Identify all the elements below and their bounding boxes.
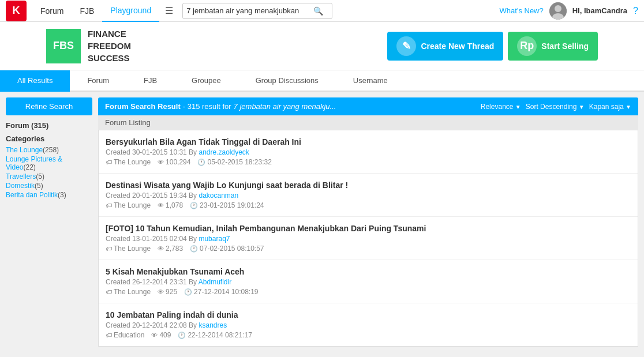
tab-group-discussions[interactable]: Group Discussions [238, 70, 336, 92]
tab-all-results[interactable]: All Results [0, 70, 70, 92]
lastpost-group: 🕐 05-02-2015 18:23:32 [197, 158, 271, 166]
last-post-time: 23-01-2015 19:01:24 [200, 201, 264, 209]
forum-item-tag[interactable]: The Lounge [114, 158, 151, 166]
tag-icon: 🏷 [106, 245, 112, 252]
clock-icon: 🕐 [178, 332, 186, 339]
views-group: 👁 1,078 [158, 201, 183, 209]
menu-icon[interactable]: ☰ [159, 5, 179, 16]
forum-item-tag[interactable]: The Lounge [114, 288, 151, 296]
clock-icon: 🕐 [190, 245, 198, 253]
sort-dropdown[interactable]: Sort Descending ▼ [526, 103, 585, 111]
rp-icon: Rp [517, 36, 537, 56]
forum-item: 10 Jembatan Paling indah di dunia Create… [99, 303, 638, 346]
views-count: 100,294 [166, 158, 190, 166]
sort-arrow: ▼ [579, 104, 585, 110]
last-post-time: 05-02-2015 18:23:32 [207, 158, 271, 166]
search-icon[interactable]: 🔍 [313, 6, 323, 16]
tag-group: 🏷 The Lounge [106, 245, 151, 253]
nav-playground[interactable]: Playground [102, 0, 159, 22]
fbs-line2: FREEDOM [88, 40, 131, 52]
sidebar-lounge-pictures[interactable]: Lounge Pictures & Video(22) [6, 155, 92, 172]
forum-item-tags: 🏷 The Lounge 👁 925 🕐 27-12-2014 10:08:19 [106, 288, 631, 296]
sidebar-lounge[interactable]: The Lounge(258) [6, 145, 92, 155]
forum-item-tags: 🏷 Education 👁 409 🕐 22-12-2014 08:21:17 [106, 331, 631, 339]
eye-icon: 👁 [158, 288, 164, 295]
clock-icon: 🕐 [197, 159, 205, 166]
refine-search-button[interactable]: Refine Search [6, 97, 92, 115]
fbs-logo: FBS [46, 29, 81, 63]
tag-icon: 🏷 [106, 202, 112, 209]
sidebar-travellers[interactable]: Travellers(5) [6, 172, 92, 181]
kapan-arrow: ▼ [626, 104, 631, 110]
whats-new-link[interactable]: What's New? [500, 6, 544, 15]
tag-group: 🏷 The Lounge [106, 201, 151, 209]
views-group: 👁 409 [151, 331, 171, 339]
start-selling-button[interactable]: Rp Start Selling [508, 32, 598, 61]
result-header-left: Forum Search Result - 315 result for 7 j… [105, 102, 336, 111]
tag-icon: 🏷 [106, 159, 112, 166]
fbs-tagline: FINANCE FREEDOM SUCCESS [88, 28, 131, 64]
avatar[interactable] [549, 2, 567, 20]
categories-title: Categories [6, 134, 92, 143]
sidebar-domestik[interactable]: Domestik(5) [6, 181, 92, 190]
sidebar-berita[interactable]: Berita dan Politik(3) [6, 190, 92, 200]
kapan-dropdown[interactable]: Kapan saja ▼ [589, 103, 631, 111]
forum-item-meta: Created 26-12-2014 23:31 By Abdmufidir [106, 278, 631, 286]
fbs-line1: FINANCE [88, 28, 131, 40]
forum-item-author[interactable]: ksandres [199, 321, 227, 329]
username-label: HI, IbamCandra [572, 6, 627, 15]
lastpost-group: 🕐 07-02-2015 08:10:57 [190, 245, 264, 253]
result-header-right: Relevance ▼ Sort Descending ▼ Kapan saja… [481, 103, 631, 111]
forum-item-author[interactable]: andre.zaoldyeck [199, 148, 249, 156]
tag-group: 🏷 The Lounge [106, 158, 151, 166]
views-count: 925 [166, 288, 177, 296]
banner: FBS FINANCE FREEDOM SUCCESS ✎ Create New… [0, 22, 644, 70]
forum-item-title[interactable]: 10 Jembatan Paling indah di dunia [106, 310, 631, 320]
forum-results-list: Bersyukurlah Bila Agan Tidak Tinggal di … [98, 130, 638, 347]
banner-logo-area: FBS FINANCE FREEDOM SUCCESS [46, 28, 131, 64]
last-post-time: 22-12-2014 08:21:17 [188, 331, 252, 339]
tab-fjb[interactable]: FJB [126, 70, 174, 92]
clock-icon: 🕐 [184, 288, 192, 296]
help-icon[interactable]: ? [633, 6, 638, 16]
forum-item-author[interactable]: dakocanman [199, 191, 238, 200]
forum-item-tag[interactable]: The Lounge [114, 245, 151, 253]
forum-item-title[interactable]: Bersyukurlah Bila Agan Tidak Tinggal di … [106, 137, 631, 146]
main-layout: Refine Search Forum (315) Categories The… [0, 92, 644, 352]
banner-buttons: ✎ Create New Thread Rp Start Selling [387, 32, 598, 61]
sidebar: Refine Search Forum (315) Categories The… [6, 97, 92, 204]
views-group: 👁 925 [158, 288, 177, 296]
forum-item: [FOTO] 10 Tahun Kemudian, Inilah Pembang… [99, 217, 638, 260]
search-input[interactable] [186, 6, 313, 15]
navbar-right: What's New? HI, IbamCandra ? [500, 2, 638, 20]
result-header: Forum Search Result - 315 result for 7 j… [98, 97, 638, 115]
forum-item-title[interactable]: 5 Kisah Menakjubkan Tsunami Aceh [106, 267, 631, 276]
forum-item-author[interactable]: mubaraq7 [199, 235, 230, 243]
tab-username[interactable]: Username [336, 70, 405, 92]
tab-forum[interactable]: Forum [70, 70, 126, 92]
forum-section: Forum (315) [6, 121, 92, 130]
forum-item-tags: 🏷 The Lounge 👁 1,078 🕐 23-01-2015 19:01:… [106, 201, 631, 209]
forum-item-tag[interactable]: Education [114, 331, 144, 339]
relevance-dropdown[interactable]: Relevance ▼ [481, 103, 521, 111]
nav-fjb[interactable]: FJB [72, 0, 102, 22]
views-group: 👁 2,783 [158, 245, 183, 253]
forum-item-meta: Created 20-12-2014 22:08 By ksandres [106, 321, 631, 329]
forum-item-title[interactable]: Destinasi Wisata yang Wajib Lo Kunjungi … [106, 181, 631, 190]
result-count-text: - 315 result for [183, 102, 231, 111]
create-thread-button[interactable]: ✎ Create New Thread [387, 32, 503, 61]
site-logo[interactable]: K [6, 1, 27, 21]
tab-groupee[interactable]: Groupee [174, 70, 238, 92]
nav-links: Forum FJB Playground [32, 0, 159, 22]
fbs-line3: SUCCESS [88, 52, 131, 64]
tabs-bar: All Results Forum FJB Groupee Group Disc… [0, 70, 644, 92]
nav-forum[interactable]: Forum [32, 0, 72, 22]
result-title: Forum Search Result [105, 102, 181, 111]
forum-item-tag[interactable]: The Lounge [114, 201, 151, 209]
edit-icon: ✎ [396, 36, 416, 56]
forum-item-title[interactable]: [FOTO] 10 Tahun Kemudian, Inilah Pembang… [106, 224, 631, 233]
lastpost-group: 🕐 23-01-2015 19:01:24 [190, 201, 264, 209]
create-thread-label: Create New Thread [421, 42, 494, 51]
forum-item-author[interactable]: Abdmufidir [199, 278, 231, 286]
eye-icon: 👁 [158, 159, 164, 166]
